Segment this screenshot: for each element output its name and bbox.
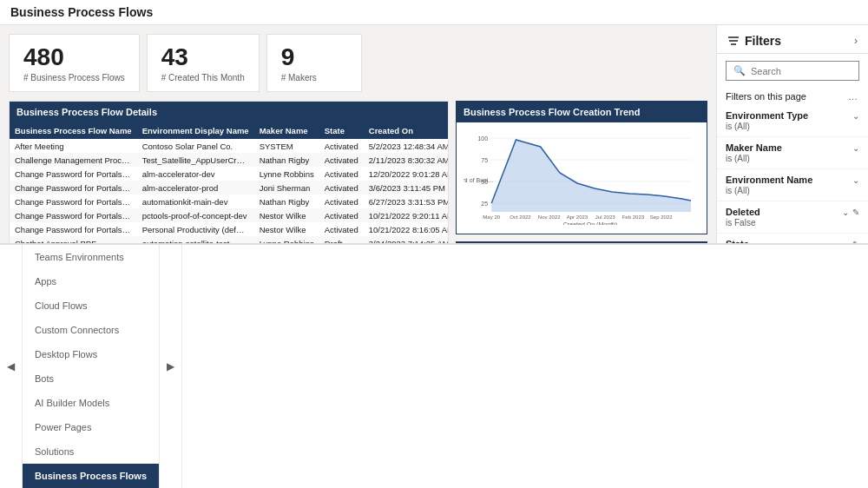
table-cell-1-4: 2/11/2023 8:30:32 AM [364, 153, 448, 167]
stats-row: 480# Business Process Flows43# Created T… [9, 34, 707, 92]
tab-ai-builder-models[interactable]: AI Builder Models [23, 391, 160, 415]
table-cell-6-1: Personal Productivity (default) [137, 222, 254, 236]
table-row[interactable]: Change Password for Portals ContactPerso… [10, 222, 448, 236]
table-cell-5-3: Activated [319, 208, 364, 222]
charts-section: Business Process Flow Creation Trend Cou… [456, 101, 707, 243]
trend-chart-svg: Count of Busi... 100 75 50 25 [464, 129, 700, 225]
table-cell-1-0: Challenge Management Process [10, 153, 137, 167]
table-cell-6-3: Activated [319, 222, 364, 236]
table-cell-3-0: Change Password for Portals Contact [10, 181, 137, 195]
filters-more-icon[interactable]: … [848, 91, 859, 102]
tab-nav-left[interactable]: ◀ [0, 245, 23, 488]
table-cell-7-2: Lynne Robbins [254, 236, 319, 243]
filter-icon [727, 35, 740, 47]
filters-search-input[interactable] [751, 66, 852, 76]
filter-item-0[interactable]: Environment Type ⌄ is (All) [717, 105, 868, 137]
table-cell-5-2: Nestor Wilke [254, 208, 319, 222]
table-row[interactable]: Chatbot Approval BPFautomation-satellite… [10, 236, 448, 243]
filter-item-icons-3: ⌄ ✎ [842, 208, 859, 217]
tab-custom-connectors[interactable]: Custom Connectors [23, 318, 160, 342]
svg-text:75: 75 [481, 157, 488, 163]
filter-chevron-icon[interactable]: ⌄ [852, 175, 859, 185]
tab-bots[interactable]: Bots [23, 366, 160, 391]
table-row[interactable]: Change Password for Portals Contactalm-a… [10, 181, 448, 195]
stat-card-2: 9# Makers [266, 34, 362, 92]
filters-title: Filters [727, 34, 781, 48]
filters-close-icon[interactable]: › [854, 35, 858, 47]
filter-item-header-2: Environment Name ⌄ [726, 175, 859, 185]
filters-on-page: Filters on this page … [717, 88, 868, 105]
table-cell-3-2: Joni Sherman [254, 181, 319, 195]
trend-chart-card: Business Process Flow Creation Trend Cou… [456, 101, 707, 234]
filter-items-container: Environment Type ⌄ is (All) Maker Name ⌄… [717, 105, 868, 243]
table-row[interactable]: Change Password for Portals Contactpctoo… [10, 208, 448, 222]
tab-power-pages[interactable]: Power Pages [23, 415, 160, 439]
data-table: Business Process Flow NameEnvironment Di… [10, 122, 448, 243]
filter-item-3[interactable]: Deleted ⌄ ✎ is False [717, 201, 868, 234]
table-cell-5-1: pctools-proof-of-concept-dev [137, 208, 254, 222]
table-cell-6-4: 10/21/2022 8:16:05 AM [364, 222, 448, 236]
table-col-header: State [319, 122, 364, 139]
svg-text:100: 100 [477, 135, 488, 142]
stat-label-2: # Makers [281, 73, 347, 82]
table-cell-0-1: Contoso Solar Panel Co. [137, 139, 254, 153]
table-col-header: Business Process Flow Name [10, 122, 137, 139]
table-cell-4-3: Activated [319, 195, 364, 208]
table-cell-4-4: 6/27/2023 3:31:53 PM [364, 195, 448, 208]
svg-text:May 20: May 20 [483, 214, 500, 220]
top-bar: Business Process Flows [0, 0, 868, 25]
tab-solutions[interactable]: Solutions [23, 439, 160, 464]
stat-number-1: 43 [161, 43, 245, 71]
stat-number-2: 9 [281, 43, 347, 71]
svg-text:50: 50 [481, 179, 488, 185]
table-container[interactable]: Business Process Flow NameEnvironment Di… [10, 122, 448, 243]
table-row[interactable]: After MeetingContoso Solar Panel Co.SYST… [10, 139, 448, 153]
table-cell-0-2: SYSTEM [254, 139, 319, 153]
filter-item-1[interactable]: Maker Name ⌄ is (All) [717, 137, 868, 169]
tab-cloud-flows[interactable]: Cloud Flows [23, 293, 160, 318]
page-title: Business Process Flows [10, 5, 153, 19]
table-cell-6-2: Nestor Wilke [254, 222, 319, 236]
filter-chevron-icon[interactable]: ⌄ [852, 111, 859, 121]
svg-text:Count of Busi...: Count of Busi... [464, 178, 493, 184]
tab-teams-environments[interactable]: Teams Environments [23, 245, 160, 269]
table-cell-2-0: Change Password for Portals Contact [10, 167, 137, 181]
stat-label-1: # Created This Month [161, 73, 245, 82]
table-cell-2-1: alm-accelerator-dev [137, 167, 254, 181]
filters-search-box[interactable]: 🔍 [726, 61, 859, 81]
svg-text:Jul 2023: Jul 2023 [595, 214, 615, 220]
main-layout: 480# Business Process Flows43# Created T… [0, 25, 868, 243]
filter-item-4[interactable]: State ⌄ ✎ is (All) [717, 234, 868, 243]
trend-chart-body: Count of Busi... 100 75 50 25 [457, 122, 707, 234]
table-col-header: Environment Display Name [137, 122, 254, 139]
tab-nav-right[interactable]: ▶ [160, 245, 182, 488]
filter-item-2[interactable]: Environment Name ⌄ is (All) [717, 169, 868, 201]
filter-item-icons-1: ⌄ [852, 143, 859, 153]
table-cell-2-2: Lynne Robbins [254, 167, 319, 181]
svg-text:Feb 2023: Feb 2023 [622, 214, 645, 220]
stat-card-1: 43# Created This Month [147, 34, 260, 92]
table-cell-5-0: Change Password for Portals Contact [10, 208, 137, 222]
table-row[interactable]: Change Password for Portals Contactalm-a… [10, 167, 448, 181]
table-row[interactable]: Change Password for Portals Contactautom… [10, 195, 448, 208]
filter-chevron-icon[interactable]: ⌄ [852, 143, 859, 153]
stat-card-0: 480# Business Process Flows [9, 34, 140, 92]
table-cell-0-3: Activated [319, 139, 364, 153]
table-col-header: Maker Name [254, 122, 319, 139]
filter-item-value-3: is False [726, 218, 859, 228]
table-cell-7-3: Draft [319, 236, 364, 243]
table-cell-7-1: automation-satellite-test [137, 236, 254, 243]
bottom-tabs: ◀ Teams EnvironmentsAppsCloud FlowsCusto… [0, 243, 868, 488]
filter-edit-icon[interactable]: ✎ [852, 208, 859, 217]
tab-apps[interactable]: Apps [23, 269, 160, 293]
filter-item-name-1: Maker Name [726, 142, 782, 153]
filter-item-value-2: is (All) [726, 186, 859, 195]
tab-business-process-flows[interactable]: Business Process Flows [23, 464, 160, 488]
trend-chart-title: Business Process Flow Creation Trend [457, 102, 707, 122]
svg-text:Created On (Month): Created On (Month) [563, 221, 618, 225]
table-row[interactable]: Challenge Management ProcessTest_Satelli… [10, 153, 448, 167]
tab-desktop-flows[interactable]: Desktop Flows [23, 342, 160, 366]
filter-item-value-0: is (All) [726, 122, 859, 131]
filter-item-name-2: Environment Name [726, 175, 812, 185]
filter-chevron-icon[interactable]: ⌄ [842, 208, 849, 217]
